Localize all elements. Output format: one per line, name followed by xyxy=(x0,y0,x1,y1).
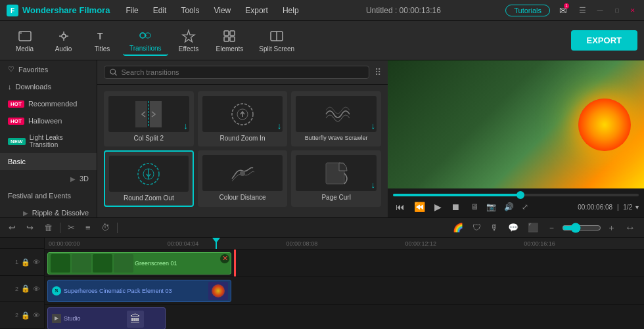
toolbar-titles[interactable]: T Titles xyxy=(84,26,120,55)
clip-blue2-content: ▶ Studio xyxy=(48,308,85,329)
toolbar-audio[interactable]: Audio xyxy=(45,26,81,55)
col-split-icon xyxy=(135,101,162,127)
track-2-lock[interactable]: 🔒 xyxy=(21,284,30,293)
notification-icon[interactable]: ✉ 1 xyxy=(559,5,567,16)
search-icon xyxy=(110,68,117,76)
menu-tools[interactable]: Tools xyxy=(178,5,202,16)
sidebar-item-favorites[interactable]: ♡ Favorites xyxy=(0,60,97,78)
speed-dropdown-icon[interactable]: ▾ xyxy=(635,204,639,211)
round-zoom-in-icon xyxy=(229,101,256,127)
stop-button[interactable]: ⏹ xyxy=(448,200,463,213)
color-correct-button[interactable]: 🌈 xyxy=(449,221,467,234)
redo-button[interactable]: ↪ xyxy=(23,221,37,234)
sidebar-item-ripple[interactable]: ▶ Ripple & Dissolve xyxy=(0,204,97,217)
timeline-tracks: 00:00:00:00 00:00:04:04 00:00:08:08 00:0… xyxy=(45,238,644,329)
playhead-arrow xyxy=(212,238,220,243)
toolbar-effects[interactable]: Effects xyxy=(171,26,207,55)
transitions-panel: ⠿ ↓ Col Split 2 xyxy=(97,60,388,217)
svg-point-3 xyxy=(62,34,66,38)
track-2-eye[interactable]: 👁 xyxy=(33,285,40,293)
audio-mixer-button[interactable]: ≡ xyxy=(82,221,94,234)
menu-file[interactable]: File xyxy=(123,5,141,16)
seek-bar[interactable] xyxy=(393,194,639,196)
search-box[interactable] xyxy=(104,66,369,79)
toolbar-separator-1 xyxy=(60,223,60,233)
speed-button[interactable]: ⏱ xyxy=(98,221,113,234)
notification-badge: 1 xyxy=(564,3,569,9)
pip-button[interactable]: ⬛ xyxy=(524,221,541,234)
clip-blue-thumb xyxy=(208,282,228,300)
fullscreen-button[interactable]: ⤢ xyxy=(520,201,530,213)
track-label-2: 2 🔒 👁 xyxy=(0,276,44,303)
titles-icon: T xyxy=(95,29,110,43)
sidebar-item-downloads[interactable]: ↓ Downloads xyxy=(0,78,97,95)
svg-point-5 xyxy=(140,33,145,38)
search-input[interactable] xyxy=(121,68,363,76)
play-button[interactable]: ▶ xyxy=(432,200,444,213)
menu-help[interactable]: Help xyxy=(280,5,302,16)
seek-handle xyxy=(517,191,524,199)
transition-page-curl[interactable]: ↓ Page Curl xyxy=(291,150,381,207)
zoom-in-button[interactable]: ＋ xyxy=(604,221,619,235)
tutorials-button[interactable]: Tutorials xyxy=(505,5,550,16)
subtitle-button[interactable]: 💬 xyxy=(505,221,522,234)
clip-superheroes[interactable]: S Superheroes Cinematic Pack Element 03 xyxy=(47,280,231,302)
stabilize-button[interactable]: 🛡 xyxy=(469,221,484,234)
sidebar-item-halloween[interactable]: HOT Halloween xyxy=(0,112,97,129)
download-icon-zoom-in: ↓ xyxy=(277,121,282,131)
toolbar-transitions[interactable]: Transitions xyxy=(123,26,168,56)
playhead[interactable] xyxy=(216,238,217,249)
maximize-button[interactable]: □ xyxy=(612,6,622,15)
step-back-button[interactable]: ⏪ xyxy=(411,200,428,213)
downloads-icon: ↓ xyxy=(8,83,12,91)
track-1-lock[interactable]: 🔒 xyxy=(21,258,30,267)
skip-back-button[interactable]: ⏮ xyxy=(393,200,407,213)
fit-button[interactable]: ↔ xyxy=(622,221,639,235)
window-controls: Tutorials ✉ 1 ☰ — □ ✕ xyxy=(505,5,637,16)
cut-button[interactable]: ✂ xyxy=(64,221,78,234)
minimize-button[interactable]: — xyxy=(595,6,605,15)
clip-delete-icon[interactable]: ✕ xyxy=(220,254,229,263)
menu-view[interactable]: View xyxy=(211,5,233,16)
studio-thumb-1: 🏛 xyxy=(127,311,144,328)
delete-button[interactable]: 🗑 xyxy=(41,221,56,234)
sidebar-item-basic[interactable]: Basic xyxy=(0,153,97,170)
sidebar-item-festival[interactable]: Festival and Events xyxy=(0,187,97,204)
sidebar-item-lightleaks[interactable]: NEW Light Leaks Transition xyxy=(0,129,97,153)
svg-text:F: F xyxy=(11,7,14,14)
left-panel: ♡ Favorites ↓ Downloads HOT Recommended … xyxy=(0,60,97,217)
zoom-out-button[interactable]: － xyxy=(544,221,559,235)
sidebar-item-recommended[interactable]: HOT Recommended xyxy=(0,95,97,112)
undo-button[interactable]: ↩ xyxy=(5,221,19,234)
timeline-toolbar: ↩ ↪ 🗑 ✂ ≡ ⏱ 🌈 🛡 🎙 💬 ⬛ － ＋ ↔ xyxy=(0,218,644,238)
transition-colour-distance[interactable]: Colour Distance xyxy=(198,150,288,207)
transition-round-zoom-out[interactable]: Round Zoom Out xyxy=(104,150,194,207)
toolbar-media[interactable]: Media xyxy=(7,26,43,55)
export-button[interactable]: EXPORT xyxy=(571,30,637,51)
track-3-lock[interactable]: 🔒 xyxy=(21,311,30,320)
toolbar-split-screen[interactable]: Split Screen xyxy=(252,26,301,55)
transition-thumb-round-zoom-out xyxy=(109,156,189,192)
clip-greenscreen-label: Greenscreen 01 xyxy=(135,260,177,267)
audio-record-button[interactable]: 🎙 xyxy=(487,221,502,234)
clip-greenscreen[interactable]: Greenscreen 01 ✕ xyxy=(47,252,231,274)
monitor-button[interactable]: 🖥 xyxy=(469,201,480,213)
transition-butterfly-wave[interactable]: ↓ Butterfly Wave Scrawler xyxy=(291,91,381,146)
sidebar-item-3d[interactable]: ▶ 3D xyxy=(0,170,97,187)
zoom-slider[interactable] xyxy=(562,223,601,233)
menu-export[interactable]: Export xyxy=(242,5,271,16)
track-3-eye[interactable]: 👁 xyxy=(33,311,40,319)
svg-text:T: T xyxy=(97,31,103,41)
volume-button[interactable]: 🔊 xyxy=(503,201,515,213)
transition-round-zoom-in[interactable]: ↓ Round Zoom In xyxy=(198,91,288,146)
toolbar-elements[interactable]: Elements xyxy=(210,26,250,55)
snapshot-button[interactable]: 📷 xyxy=(485,201,497,213)
clip-studio[interactable]: ▶ Studio 🏛 xyxy=(47,307,166,330)
transition-col-split-2[interactable]: ↓ Col Split 2 xyxy=(104,91,194,146)
grid-view-icon[interactable]: ⠿ xyxy=(375,67,381,77)
track-1-eye[interactable]: 👁 xyxy=(33,258,40,266)
hamburger-icon[interactable]: ☰ xyxy=(579,6,586,15)
menu-edit[interactable]: Edit xyxy=(150,5,170,16)
studio-thumb-2 xyxy=(145,311,162,328)
close-button[interactable]: ✕ xyxy=(628,6,637,15)
